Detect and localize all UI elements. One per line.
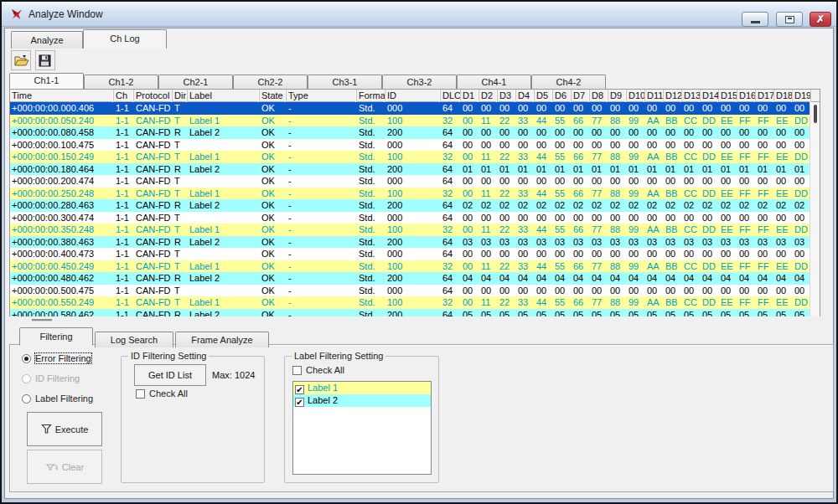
column-header-dlc[interactable]: DLC: [441, 90, 461, 102]
cell: 00: [701, 175, 719, 188]
table-row[interactable]: +000:00:00.180.4641-1CAN-FDRLabel 2OK-St…: [10, 163, 820, 176]
column-header-d18[interactable]: D18: [774, 90, 793, 102]
maximize-button[interactable]: [776, 12, 803, 27]
table-row[interactable]: +000:00:00.580.4621-1CAN-FDRLabel 2OK-St…: [10, 309, 820, 317]
list-item-label-2[interactable]: ✔Label 2: [293, 394, 431, 407]
table-row[interactable]: +000:00:00.200.4741-1CAN-FDTOK-Std.00064…: [10, 175, 820, 188]
channel-tab-ch4-2[interactable]: Ch4-2: [531, 75, 606, 89]
column-header-d9[interactable]: D9: [608, 90, 627, 102]
channel-tab-ch3-1[interactable]: Ch3-1: [308, 75, 382, 89]
item-checkbox[interactable]: ✔: [295, 385, 304, 394]
table-row[interactable]: +000:00:00.100.4751-1CAN-FDTOK-Std.00064…: [10, 139, 820, 152]
radio-label-filtering[interactable]: Label Filtering: [22, 393, 93, 414]
table-row[interactable]: +000:00:00.280.4631-1CAN-FDRLabel 2OK-St…: [10, 199, 820, 212]
cell: 64: [441, 248, 461, 260]
cell: FF: [737, 151, 756, 163]
column-header-d8[interactable]: D8: [590, 90, 608, 102]
get-id-list-button[interactable]: Get ID List: [134, 364, 206, 386]
splitter-handle[interactable]: [32, 319, 52, 321]
column-header-d16[interactable]: D16: [737, 90, 756, 102]
main-tab-ch-log[interactable]: Ch Log: [83, 29, 167, 49]
execute-button[interactable]: Execute: [27, 412, 102, 446]
label-check-all[interactable]: Check All: [292, 365, 344, 375]
column-header-protocol[interactable]: Protocol: [134, 90, 173, 102]
table-row[interactable]: +000:00:00.550.2491-1CAN-FDTLabel 1OK-St…: [10, 296, 820, 309]
cell: 1-1: [114, 188, 134, 200]
table-row[interactable]: +000:00:00.480.4621-1CAN-FDRLabel 2OK-St…: [10, 272, 820, 285]
column-header-id[interactable]: ID: [385, 90, 441, 102]
table-row[interactable]: +000:00:00.150.2491-1CAN-FDTLabel 1OK-St…: [10, 151, 820, 163]
column-header-d5[interactable]: D5: [535, 90, 553, 102]
radio-error-filtering[interactable]: Error Filtering: [22, 353, 93, 373]
cell: EE: [719, 224, 737, 236]
vertical-scrollbar[interactable]: [810, 102, 820, 316]
column-header-d15[interactable]: D15: [719, 90, 737, 102]
label-check-all-checkbox[interactable]: [292, 366, 302, 375]
id-check-all[interactable]: Check All: [136, 388, 188, 399]
cell: 200: [385, 236, 441, 249]
minimize-button[interactable]: [742, 12, 768, 27]
column-header-d6[interactable]: D6: [553, 90, 572, 102]
table-row[interactable]: +000:00:00.400.4731-1CAN-FDTOK-Std.00064…: [10, 248, 820, 260]
table-row[interactable]: +000:00:00.250.2481-1CAN-FDTLabel 1OK-St…: [10, 188, 820, 200]
table-row[interactable]: +000:00:00.080.4581-1CAN-FDRLabel 2OK-St…: [10, 126, 820, 139]
channel-tab-ch1-2[interactable]: Ch1-2: [84, 75, 158, 89]
column-header-state[interactable]: State: [260, 90, 287, 102]
table-row[interactable]: +000:00:00.000.4061-1CAN-FDTOK-Std.00064…: [10, 102, 820, 115]
save-file-button[interactable]: [35, 50, 55, 70]
channel-tab-ch3-2[interactable]: Ch3-2: [382, 75, 457, 89]
main-tab-analyze[interactable]: Analyze: [11, 31, 83, 49]
column-header-type[interactable]: Type: [287, 90, 357, 102]
channel-tab-ch2-1[interactable]: Ch2-1: [158, 75, 233, 89]
title-bar[interactable]: Analyze Window ✗: [2, 2, 836, 27]
cell: 66: [572, 115, 590, 127]
item-checkbox[interactable]: ✔: [295, 398, 304, 407]
cell: Label 2: [188, 163, 260, 176]
cell: 04: [701, 272, 719, 285]
column-header-d14[interactable]: D14: [701, 90, 719, 102]
filter-tab-frame-analyze[interactable]: Frame Analyze: [175, 332, 269, 347]
column-header-d13[interactable]: D13: [682, 90, 701, 102]
channel-tab-ch4-1[interactable]: Ch4-1: [457, 75, 531, 89]
column-header-ch[interactable]: Ch: [114, 90, 134, 102]
column-header-d10[interactable]: D10: [627, 90, 645, 102]
radio-circle: [22, 394, 31, 404]
table-row[interactable]: +000:00:00.500.4751-1CAN-FDTOK-Std.00064…: [10, 285, 820, 297]
cell: 00: [645, 212, 664, 224]
filter-tab-filtering[interactable]: Filtering: [19, 327, 93, 346]
column-header-dir[interactable]: Dir: [173, 90, 188, 102]
column-header-time[interactable]: Time: [10, 90, 114, 102]
column-header-d19[interactable]: D19: [793, 90, 811, 102]
clear-button[interactable]: Clear: [27, 450, 102, 484]
cell: 00: [498, 139, 516, 152]
column-header-d11[interactable]: D11: [645, 90, 664, 102]
column-header-format[interactable]: Format: [357, 90, 385, 102]
cell: T: [173, 115, 188, 127]
id-check-all-checkbox[interactable]: [136, 389, 145, 399]
table-row[interactable]: +000:00:00.350.2481-1CAN-FDTLabel 1OK-St…: [10, 224, 820, 236]
column-header-label[interactable]: Label: [188, 90, 260, 102]
column-header-d7[interactable]: D7: [572, 90, 590, 102]
filter-tab-log-search[interactable]: Log Search: [95, 332, 173, 347]
column-header-d2[interactable]: D2: [479, 90, 498, 102]
close-button[interactable]: ✗: [810, 12, 831, 27]
open-file-button[interactable]: [11, 50, 31, 70]
column-header-d3[interactable]: D3: [498, 90, 516, 102]
cell: 200: [385, 272, 441, 285]
cell: CAN-FD: [134, 296, 173, 309]
scrollbar-thumb[interactable]: [814, 105, 817, 123]
cell: 00: [793, 175, 811, 188]
table-row[interactable]: +000:00:00.380.4631-1CAN-FDRLabel 2OK-St…: [10, 236, 820, 249]
table-row[interactable]: +000:00:00.450.2491-1CAN-FDTLabel 1OK-St…: [10, 260, 820, 273]
cell: OK: [260, 212, 287, 224]
column-header-d1[interactable]: D1: [461, 90, 479, 102]
table-row[interactable]: +000:00:00.050.2401-1CAN-FDTLabel 1OK-St…: [10, 115, 820, 127]
column-header-d4[interactable]: D4: [516, 90, 535, 102]
label-list[interactable]: ✔Label 1✔Label 2: [292, 381, 432, 475]
column-header-d12[interactable]: D12: [664, 90, 682, 102]
channel-tab-ch1-1[interactable]: Ch1-1: [9, 73, 84, 89]
list-item-label-1[interactable]: ✔Label 1: [293, 382, 431, 394]
channel-tab-ch2-2[interactable]: Ch2-2: [233, 75, 308, 89]
table-row[interactable]: +000:00:00.300.4741-1CAN-FDTOK-Std.00064…: [10, 212, 820, 224]
column-header-d17[interactable]: D17: [756, 90, 774, 102]
